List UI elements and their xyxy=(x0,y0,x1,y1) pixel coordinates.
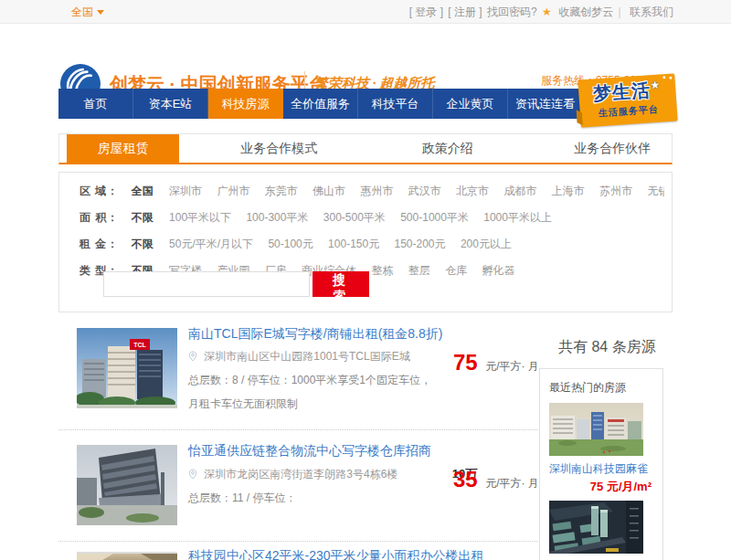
price-number: 75 xyxy=(453,350,478,375)
login-link[interactable]: [ 登录 ] xyxy=(409,5,443,18)
filter-label: 租 金： xyxy=(79,238,119,250)
filter-option[interactable]: 惠州市 xyxy=(360,185,393,197)
search-input[interactable] xyxy=(103,271,310,297)
nav-item-full-value[interactable]: 全价值服务 xyxy=(283,89,358,119)
filter-option[interactable]: 1000平米以上 xyxy=(483,211,552,224)
price-unit: 元/平方· 月 xyxy=(485,477,539,490)
filter-option[interactable]: 500-1000平米 xyxy=(400,211,469,224)
tab-policy-intro[interactable]: 政策介绍 xyxy=(397,134,499,163)
filter-option[interactable]: 100平米以下 xyxy=(169,211,231,224)
filter-option[interactable]: 50元/平米/月以下 xyxy=(169,238,253,250)
dream-life-badge[interactable]: 梦生活★ 生活服务平台 xyxy=(577,73,677,127)
filter-option[interactable]: 150-200元 xyxy=(395,238,446,250)
hot-listing-photo-science-park[interactable] xyxy=(549,403,643,456)
nav-item-yellow-pages[interactable]: 企业黄页 xyxy=(433,89,508,119)
listing-item: 怡亚通供应链整合物流中心写字楼仓库招商 深圳市龙岗区南湾街道李朗路3号4栋6楼 … xyxy=(77,441,535,510)
price-unit: 元/平方· 月 xyxy=(485,360,539,373)
filter-option[interactable]: 佛山市 xyxy=(313,185,345,197)
forgot-password-link[interactable]: 找回密码? xyxy=(487,5,537,18)
search-button[interactable]: 搜 索 xyxy=(313,271,369,297)
location-pin-icon xyxy=(188,469,197,480)
listing-title[interactable]: 南山TCL国际E城写字楼/商铺出租(租金8.8折) xyxy=(188,326,535,343)
filter-option[interactable]: 整层 xyxy=(408,264,430,277)
location-pin-icon xyxy=(188,351,197,362)
filter-selected[interactable]: 不限 xyxy=(132,238,154,250)
svg-text:TCL: TCL xyxy=(133,342,146,348)
tab-housing-rental[interactable]: 房屋租赁 xyxy=(67,134,179,163)
listing-title[interactable]: 怡亚通供应链整合物流中心写字楼仓库招商 xyxy=(188,443,535,460)
filter-selected[interactable]: 全国 xyxy=(132,185,154,197)
listing-item: 科技园中心区42平米-230平米少量小面积办公楼出租 xyxy=(77,546,535,560)
filter-option[interactable]: 无锡市 xyxy=(647,185,664,197)
results-count: 共有 84 条房源 xyxy=(558,338,656,357)
chevron-down-icon xyxy=(97,10,104,15)
filter-option[interactable]: 苏州市 xyxy=(599,185,632,197)
filter-option[interactable]: 整栋 xyxy=(371,264,393,277)
filter-row-region: 区 域： 全国 深圳市 广州市 东莞市 佛山市 惠州市 武汉市 北京市 成都市 … xyxy=(79,184,664,199)
listing-price: 35 元/平方· 月 xyxy=(453,467,539,492)
filter-label: 区 域： xyxy=(79,185,119,197)
page: 全国 [ 登录 ] [ 注册 ] 找回密码? ★ 收藏创梦云 | 联系我们 创梦… xyxy=(0,0,731,560)
hot-listings-panel: 最近热门的房源 深圳南山科技园麻雀 75 元/月/m² xyxy=(539,368,663,560)
filter-option[interactable]: 东莞市 xyxy=(265,185,298,197)
filter-option[interactable]: 上海市 xyxy=(552,185,585,197)
star-icon: ★ xyxy=(542,5,552,18)
filter-option[interactable]: 孵化器 xyxy=(482,264,514,277)
contact-link[interactable]: 联系我们 xyxy=(630,5,673,18)
list-divider xyxy=(58,541,549,542)
filter-option[interactable]: 成都市 xyxy=(503,185,536,197)
search-bar: 搜 索 xyxy=(103,271,369,299)
badge-star-icon: ★ xyxy=(650,79,662,92)
filter-row-rent: 租 金： 不限 50元/平米/月以下 50-100元 100-150元 150-… xyxy=(79,237,664,252)
filter-option[interactable]: 武汉市 xyxy=(408,185,441,197)
filter-option[interactable]: 深圳市 xyxy=(169,185,202,197)
region-selector[interactable]: 全国 xyxy=(71,5,104,20)
region-label: 全国 xyxy=(71,5,93,18)
nav-item-home[interactable]: 首页 xyxy=(58,89,133,119)
hot-listings-title: 最近热门的房源 xyxy=(549,380,653,396)
price-number: 35 xyxy=(453,467,478,491)
filter-option[interactable]: 50-100元 xyxy=(268,238,313,250)
tab-cooperation-model[interactable]: 业务合作模式 xyxy=(216,134,343,163)
hot-listing-price: 75 元/月/m² xyxy=(549,479,652,495)
favorite-link[interactable]: 收藏创梦云 xyxy=(558,5,613,18)
top-utility-bar: 全国 [ 登录 ] [ 注册 ] 找回密码? ★ 收藏创梦云 | 联系我们 xyxy=(0,0,731,24)
nav-item-tech-housing[interactable]: 科技房源 xyxy=(208,89,283,119)
filter-selected[interactable]: 不限 xyxy=(132,211,154,224)
listing-price: 75 元/平方· 月 xyxy=(453,350,539,375)
listing-photo-logistics[interactable] xyxy=(77,445,177,525)
listing-details: 总层数：8 / 停车位：1000平米享受1个固定车位，月租卡车位无面积限制 xyxy=(188,368,439,416)
section-tabs: 房屋租赁 业务合作模式 政策介绍 业务合作伙伴 xyxy=(58,133,673,164)
filter-option[interactable]: 北京市 xyxy=(456,185,489,197)
filter-option[interactable]: 100-300平米 xyxy=(246,211,308,224)
user-links: [ 登录 ] [ 注册 ] 找回密码? ★ 收藏创梦云 | 联系我们 xyxy=(408,5,673,20)
link-divider: | xyxy=(619,5,621,18)
nav-item-news[interactable]: 资讯连连看 xyxy=(508,89,583,119)
listing-photo-tcl[interactable]: TCL xyxy=(77,328,177,408)
filter-row-area: 面 积： 不限 100平米以下 100-300平米 300-500平米 500-… xyxy=(79,210,664,226)
nav-item-capital[interactable]: 资本E站 xyxy=(133,89,208,119)
register-link[interactable]: [ 注册 ] xyxy=(448,5,482,18)
listing-title[interactable]: 科技园中心区42平米-230平米少量小面积办公楼出租 xyxy=(188,548,535,560)
listing-photo-office[interactable] xyxy=(77,552,177,560)
listing-item: TCL 南山TCL国际E城写字楼/商铺出租(租金8.8折) 深圳市南山区中山园路… xyxy=(77,324,535,416)
filter-option[interactable]: 200元以上 xyxy=(461,238,512,250)
list-divider xyxy=(58,429,549,430)
hot-listing-caption[interactable]: 深圳南山科技园麻雀 xyxy=(549,461,653,477)
filter-option[interactable]: 300-500平米 xyxy=(323,211,386,224)
filter-label: 面 积： xyxy=(79,211,119,224)
tab-partners[interactable]: 业务合作伙伴 xyxy=(554,134,672,163)
listing-info: 科技园中心区42平米-230平米少量小面积办公楼出租 xyxy=(188,548,535,560)
filter-panel: 区 域： 全国 深圳市 广州市 东莞市 佛山市 惠州市 武汉市 北京市 成都市 … xyxy=(58,172,673,312)
nav-item-tech-platform[interactable]: 科技平台 xyxy=(358,89,433,119)
filter-option[interactable]: 仓库 xyxy=(445,264,467,277)
filter-option[interactable]: 100-150元 xyxy=(328,238,379,250)
listing-details: 总层数：11 / 停车位： xyxy=(188,486,439,510)
hot-listing-photo-aerial[interactable] xyxy=(549,501,643,554)
filter-option[interactable]: 广州市 xyxy=(217,185,249,197)
